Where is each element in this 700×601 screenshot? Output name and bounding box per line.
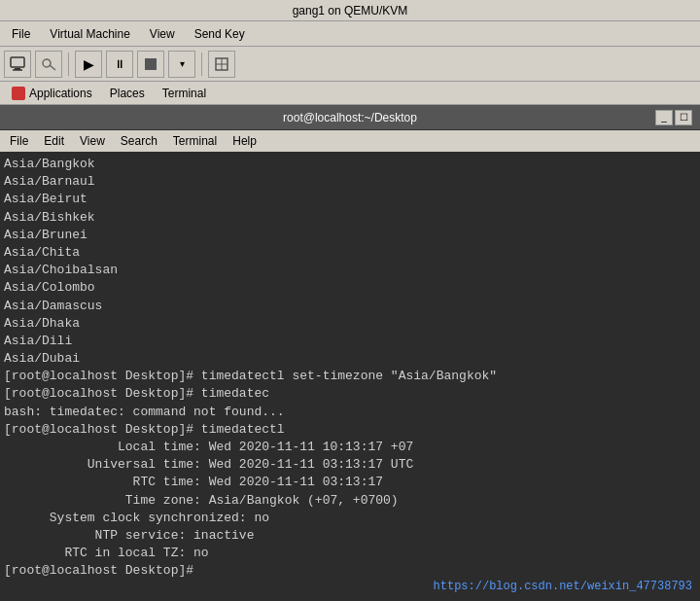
app-menu-terminal[interactable]: Terminal [155, 85, 214, 102]
menu-send-key[interactable]: Send Key [187, 25, 253, 43]
fullscreen-button[interactable] [208, 51, 235, 78]
terminal-window: root@localhost:~/Desktop _ ☐ File Edit V… [0, 105, 700, 601]
term-menu-search[interactable]: Search [113, 132, 165, 150]
external-link[interactable]: https://blog.csdn.net/weixin_47738793 [434, 580, 692, 593]
app-menu-bar: Applications Places Terminal [0, 82, 700, 105]
app-menu-applications[interactable]: Applications [4, 85, 100, 102]
key-button[interactable] [35, 51, 62, 78]
svg-rect-0 [11, 57, 24, 67]
key-icon [41, 56, 56, 72]
dropdown-arrow-button[interactable]: ▾ [168, 51, 195, 78]
fullscreen-icon [215, 57, 228, 71]
terminal-title-bar: root@localhost:~/Desktop _ ☐ [0, 105, 700, 130]
monitor-button[interactable] [4, 51, 31, 78]
applications-icon [12, 87, 25, 100]
svg-rect-5 [145, 58, 157, 70]
menu-virtual-machine[interactable]: Virtual Machine [42, 25, 138, 43]
term-menu-edit[interactable]: Edit [36, 132, 72, 150]
stop-icon [144, 57, 158, 71]
svg-line-4 [50, 65, 55, 70]
toolbar-separator-1 [68, 53, 69, 76]
toolbar: ▶ ⏸ ▾ [0, 47, 700, 82]
toolbar-separator-2 [201, 53, 202, 76]
top-menu-bar: File Virtual Machine View Send Key [0, 21, 700, 47]
term-menu-help[interactable]: Help [225, 132, 264, 150]
term-menu-file[interactable]: File [2, 132, 36, 150]
terminal-minimize-button[interactable]: _ [655, 110, 673, 125]
play-button[interactable]: ▶ [75, 51, 102, 78]
terminal-maximize-button[interactable]: ☐ [675, 110, 692, 125]
window-title: gang1 on QEMU/KVM [293, 4, 408, 18]
terminal-title: root@localhost:~/Desktop [47, 111, 653, 124]
term-menu-terminal[interactable]: Terminal [165, 132, 225, 150]
terminal-output: Asia/Bangkok Asia/Barnaul Asia/Beirut As… [4, 156, 696, 581]
monitor-icon [10, 56, 25, 72]
pause-button[interactable]: ⏸ [106, 51, 133, 78]
window-title-bar: gang1 on QEMU/KVM [0, 0, 700, 21]
terminal-content-area[interactable]: Asia/Bangkok Asia/Barnaul Asia/Beirut As… [0, 152, 700, 601]
term-menu-view[interactable]: View [72, 132, 113, 150]
stop-button[interactable] [137, 51, 164, 78]
menu-file[interactable]: File [4, 25, 38, 43]
terminal-menu-bar: File Edit View Search Terminal Help [0, 130, 700, 152]
menu-view[interactable]: View [142, 25, 183, 43]
app-menu-places[interactable]: Places [102, 85, 153, 102]
